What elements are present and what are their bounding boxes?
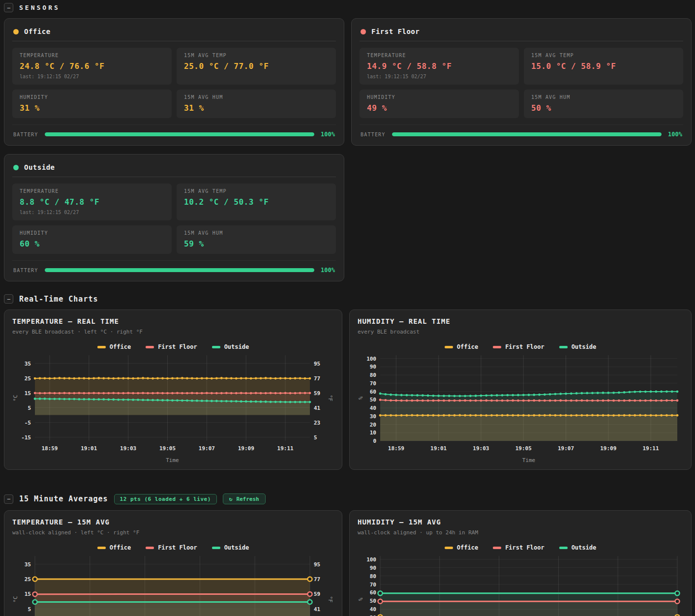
y-axis-label: °C bbox=[12, 395, 19, 401]
data-point bbox=[501, 400, 504, 402]
data-point bbox=[565, 393, 567, 395]
legend-item-first-floor[interactable]: First Floor bbox=[493, 343, 544, 350]
legend-item-office[interactable]: Office bbox=[97, 343, 131, 350]
stat-avg-hum: 15M AVG HUM 50 % bbox=[524, 90, 683, 118]
data-point bbox=[506, 414, 509, 417]
legend-item-first-floor[interactable]: First Floor bbox=[146, 544, 197, 551]
data-point bbox=[549, 393, 551, 396]
data-point bbox=[575, 414, 578, 417]
data-point bbox=[102, 377, 105, 379]
data-point bbox=[284, 392, 287, 394]
data-point bbox=[485, 400, 487, 402]
data-point bbox=[34, 398, 36, 400]
data-point bbox=[432, 400, 434, 402]
y-axis-right-tick-label: 95 bbox=[314, 561, 320, 568]
data-point bbox=[517, 394, 519, 397]
data-point bbox=[122, 392, 124, 395]
data-point bbox=[112, 392, 115, 394]
data-point bbox=[618, 400, 620, 402]
data-point bbox=[33, 577, 37, 582]
data-point bbox=[501, 394, 504, 397]
data-point bbox=[597, 414, 599, 417]
x-axis-tick-label: 19:05 bbox=[159, 445, 176, 452]
legend-item-outside[interactable]: Outside bbox=[212, 343, 249, 350]
y-axis-tick-label: 50 bbox=[370, 598, 376, 604]
data-point bbox=[289, 392, 292, 395]
legend-item-office[interactable]: Office bbox=[445, 343, 478, 350]
x-axis-tick-label: 19:11 bbox=[643, 445, 659, 452]
legend-item-first-floor[interactable]: First Floor bbox=[146, 343, 197, 350]
data-point bbox=[400, 400, 403, 402]
stat-label: 15M AVG TEMP bbox=[184, 188, 329, 194]
collapse-averages-button[interactable]: − bbox=[4, 494, 13, 504]
legend-label: Office bbox=[457, 544, 478, 551]
collapse-sensors-button[interactable]: − bbox=[4, 3, 13, 12]
legend-swatch bbox=[146, 346, 154, 348]
data-point bbox=[602, 414, 604, 417]
humidity-15m-chart[interactable]: 100908070605040302010019:0019:0219:0419:… bbox=[358, 552, 683, 616]
legend-item-office[interactable]: Office bbox=[445, 544, 478, 551]
x-axis-tick-label: 19:01 bbox=[81, 445, 97, 452]
data-point bbox=[240, 377, 242, 379]
data-point bbox=[117, 392, 120, 395]
data-point bbox=[44, 392, 46, 395]
data-point bbox=[122, 377, 124, 379]
data-point bbox=[528, 400, 530, 402]
y-axis-right-tick-label: 95 bbox=[314, 361, 320, 367]
data-point bbox=[34, 392, 36, 394]
data-point bbox=[88, 377, 90, 380]
chart-subtitle: every BLE broadcast · left °C · right °F bbox=[12, 329, 334, 335]
data-point bbox=[660, 414, 663, 417]
data-point bbox=[544, 393, 546, 396]
chart-title: TEMPERATURE — 15M AVG bbox=[12, 518, 334, 526]
data-point bbox=[580, 400, 583, 402]
data-point bbox=[220, 400, 223, 402]
data-point bbox=[44, 398, 46, 400]
data-point bbox=[230, 400, 233, 402]
refresh-button[interactable]: ↻ Refresh bbox=[223, 493, 266, 504]
legend-swatch bbox=[212, 346, 220, 348]
humidity-realtime-chart[interactable]: 100908070605040302010018:5919:0119:0319:… bbox=[358, 351, 683, 465]
x-axis-label: Time bbox=[522, 457, 536, 463]
data-point bbox=[544, 414, 546, 417]
data-point bbox=[132, 377, 134, 380]
data-point bbox=[260, 392, 262, 395]
data-point bbox=[522, 414, 525, 417]
data-point bbox=[142, 377, 144, 379]
data-point bbox=[469, 395, 472, 397]
data-point bbox=[279, 400, 282, 403]
data-point bbox=[512, 414, 514, 417]
data-point bbox=[427, 400, 429, 402]
data-point bbox=[549, 414, 551, 417]
stat-avg-temp: 15M AVG TEMP 25.0 °C / 77.0 °F bbox=[177, 48, 336, 85]
sensor-card-office: Office TEMPERATURE 24.8 °C / 76.6 °F las… bbox=[4, 18, 344, 146]
data-point bbox=[274, 392, 277, 395]
data-point bbox=[68, 377, 70, 379]
legend-label: Outside bbox=[572, 343, 597, 350]
temperature-15m-chart[interactable]: 359525771559541-523-15519:0019:0219:0419… bbox=[12, 552, 332, 616]
legend-item-outside[interactable]: Outside bbox=[212, 544, 249, 551]
collapse-realtime-button[interactable]: − bbox=[4, 294, 13, 304]
data-point bbox=[171, 399, 174, 401]
y-axis-tick-label: 50 bbox=[370, 397, 376, 403]
data-point bbox=[151, 377, 154, 380]
legend-item-office[interactable]: Office bbox=[97, 544, 131, 551]
legend-item-outside[interactable]: Outside bbox=[559, 544, 597, 551]
data-point bbox=[196, 377, 198, 380]
battery-label: BATTERY bbox=[361, 132, 386, 137]
avg-hum-value: 50 % bbox=[531, 103, 676, 113]
data-point bbox=[406, 414, 408, 417]
data-point bbox=[512, 394, 514, 397]
data-point bbox=[299, 392, 302, 394]
legend-item-outside[interactable]: Outside bbox=[559, 343, 597, 350]
chart-card-temperature-realtime: TEMPERATURE — REAL TIME every BLE broadc… bbox=[4, 309, 342, 470]
data-point bbox=[132, 392, 134, 395]
data-point bbox=[480, 400, 483, 402]
legend-swatch bbox=[559, 346, 568, 348]
y-axis-tick-label: 100 bbox=[366, 356, 376, 362]
y-axis-tick-label: -15 bbox=[21, 434, 31, 441]
last-updated: last: 19:12:15 02/27 bbox=[20, 210, 164, 215]
legend-item-first-floor[interactable]: First Floor bbox=[493, 544, 544, 551]
y-axis-tick-label: 90 bbox=[370, 565, 376, 571]
temperature-realtime-chart[interactable]: 359525771559541-523-15518:5919:0119:0319… bbox=[12, 351, 332, 465]
